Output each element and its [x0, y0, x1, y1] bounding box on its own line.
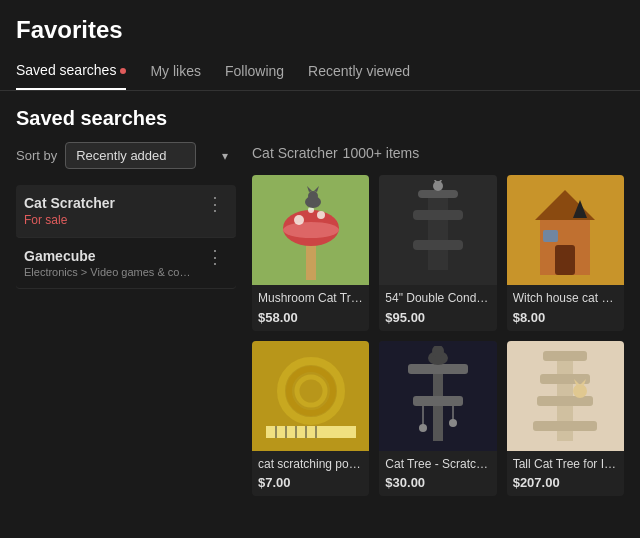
svg-rect-11 — [413, 210, 463, 220]
svg-marker-15 — [433, 180, 438, 182]
svg-rect-42 — [537, 396, 593, 406]
product-image-p3 — [507, 175, 624, 285]
product-card-p6[interactable]: Tall Cat Tree for Indoor C... $207.00 — [507, 341, 624, 497]
product-card-p1[interactable]: Mushroom Cat Tree Scrat... $58.00 — [252, 175, 369, 331]
sort-label: Sort by — [16, 148, 57, 163]
svg-point-24 — [297, 377, 325, 405]
product-image-p5 — [379, 341, 496, 451]
product-info-p5: Cat Tree - Scratching Pos... $30.00 — [379, 451, 496, 497]
saved-item-gamecube[interactable]: Gamecube Electronics > Video games & con… — [16, 238, 236, 289]
svg-marker-16 — [438, 180, 443, 182]
saved-item-gamecube-info: Gamecube Electronics > Video games & con… — [24, 248, 194, 278]
product-card-p5[interactable]: Cat Tree - Scratching Pos... $30.00 — [379, 341, 496, 497]
right-panel: Cat Scratcher 1000+ items — [252, 142, 624, 496]
product-info-p2: 54" Double Condo Cat Tr... $95.00 — [379, 285, 496, 331]
sort-select[interactable]: Recently added Name (A-Z) Name (Z-A) — [65, 142, 196, 169]
saved-items-list: Cat Scratcher For sale ⋮ Gamecube Electr… — [16, 185, 236, 289]
product-card-p2[interactable]: 54" Double Condo Cat Tr... $95.00 — [379, 175, 496, 331]
product-image-p1 — [252, 175, 369, 285]
svg-rect-32 — [408, 364, 468, 374]
section-title: Saved searches — [0, 91, 640, 142]
svg-rect-44 — [543, 351, 587, 361]
product-image-p6 — [507, 341, 624, 451]
saved-item-cat-scratcher-info: Cat Scratcher For sale — [24, 195, 115, 227]
svg-marker-9 — [314, 186, 319, 192]
results-header: Cat Scratcher 1000+ items — [252, 142, 624, 163]
svg-marker-8 — [307, 186, 312, 192]
svg-rect-20 — [543, 230, 558, 242]
saved-item-cat-scratcher-menu[interactable]: ⋮ — [202, 195, 228, 213]
product-card-p3[interactable]: Witch house cat scratcher $8.00 — [507, 175, 624, 331]
product-image-p2 — [379, 175, 496, 285]
svg-rect-19 — [555, 245, 575, 275]
left-panel: Sort by Recently added Name (A-Z) Name (… — [16, 142, 236, 496]
tab-following[interactable]: Following — [225, 53, 284, 89]
svg-rect-10 — [428, 190, 448, 270]
product-info-p6: Tall Cat Tree for Indoor C... $207.00 — [507, 451, 624, 497]
svg-point-45 — [573, 384, 587, 398]
page-header: Favorites — [0, 0, 640, 52]
svg-point-37 — [449, 419, 457, 427]
content-area: Sort by Recently added Name (A-Z) Name (… — [0, 142, 640, 496]
svg-rect-13 — [418, 190, 458, 198]
page-title: Favorites — [16, 16, 624, 44]
svg-point-14 — [433, 181, 443, 191]
products-grid: Mushroom Cat Tree Scrat... $58.00 — [252, 175, 624, 496]
product-info-p1: Mushroom Cat Tree Scrat... $58.00 — [252, 285, 369, 331]
svg-point-3 — [294, 215, 304, 225]
product-card-p4[interactable]: cat scratching post repla... $7.00 — [252, 341, 369, 497]
saved-item-cat-scratcher[interactable]: Cat Scratcher For sale ⋮ — [16, 185, 236, 238]
product-info-p3: Witch house cat scratcher $8.00 — [507, 285, 624, 331]
tabs-bar: Saved searches My likes Following Recent… — [0, 52, 640, 91]
svg-point-4 — [317, 211, 325, 219]
svg-point-35 — [419, 424, 427, 432]
sort-row: Sort by Recently added Name (A-Z) Name (… — [16, 142, 236, 169]
product-info-p4: cat scratching post repla... $7.00 — [252, 451, 369, 497]
svg-rect-12 — [413, 240, 463, 250]
svg-rect-25 — [266, 426, 356, 438]
tab-recently-viewed[interactable]: Recently viewed — [308, 53, 410, 89]
svg-rect-41 — [533, 421, 597, 431]
svg-point-7 — [308, 191, 318, 201]
product-image-p4 — [252, 341, 369, 451]
tab-saved-searches[interactable]: Saved searches — [16, 52, 126, 90]
sort-select-wrapper: Recently added Name (A-Z) Name (Z-A) — [65, 142, 236, 169]
svg-rect-33 — [413, 396, 463, 406]
tab-dot-saved — [120, 68, 126, 74]
saved-item-gamecube-menu[interactable]: ⋮ — [202, 248, 228, 266]
svg-point-2 — [283, 222, 339, 238]
tab-my-likes[interactable]: My likes — [150, 53, 201, 89]
